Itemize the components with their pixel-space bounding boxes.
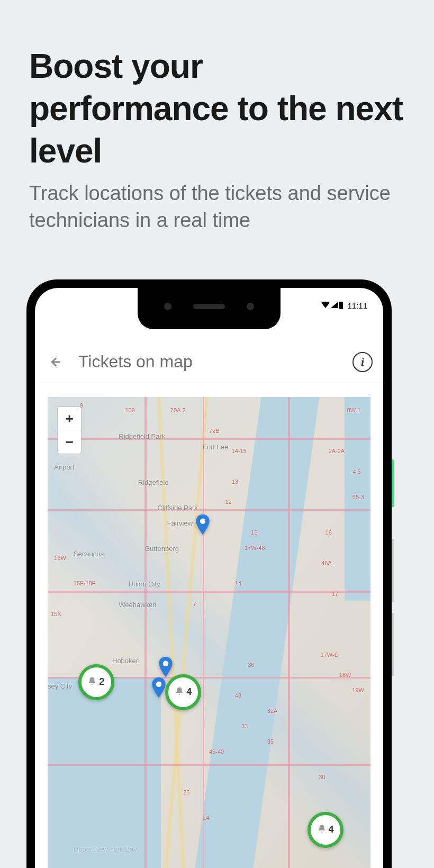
map-label: Guttenberg: [144, 545, 179, 553]
map[interactable]: Ridgefield Park Fort Lee Ridgefield Clif…: [48, 397, 370, 868]
road-label: 2A-2A: [329, 448, 345, 454]
map-pin[interactable]: [152, 677, 166, 698]
road-label: 33: [241, 723, 248, 729]
cluster-count: 4: [329, 824, 334, 835]
phone-power-button: [392, 459, 394, 507]
phone-volume-up: [392, 539, 394, 602]
svg-point-2: [162, 661, 168, 666]
wifi-icon: [321, 301, 330, 310]
phone-frame: 11:11 Tickets on map i: [26, 279, 392, 868]
road-label: 17W-46: [245, 545, 265, 551]
road-label: 8W-1: [347, 407, 361, 413]
status-time: 11:11: [347, 301, 367, 310]
map-label: Fort Lee: [203, 443, 228, 451]
map-label: Secaucus: [74, 550, 104, 558]
info-button[interactable]: i: [352, 352, 373, 372]
zoom-controls: + −: [57, 406, 82, 454]
cluster-count: 2: [99, 676, 104, 688]
road-label: 55-3: [352, 494, 364, 500]
road-label: 30: [319, 774, 325, 780]
bell-icon: [87, 676, 97, 688]
map-label: Weehawken: [119, 601, 156, 609]
status-bar: 11:11: [321, 301, 367, 310]
road-label: 15E/18E: [74, 580, 96, 586]
road-label: 24: [203, 815, 209, 821]
map-label: sey City: [48, 682, 72, 690]
map-label: Ridgefield: [138, 478, 169, 486]
cluster-marker[interactable]: 4: [308, 812, 343, 848]
road-label: 32A: [267, 708, 278, 714]
map-label: Hoboken: [112, 657, 140, 665]
phone-volume-down: [392, 613, 394, 676]
svg-point-3: [156, 681, 162, 687]
road-label: 18W: [339, 672, 351, 678]
road-label: 7: [193, 601, 196, 607]
map-label: Fairview: [167, 519, 193, 527]
road-label: 14-15: [232, 448, 247, 454]
svg-point-1: [200, 518, 206, 524]
map-label: Airport: [54, 463, 74, 471]
map-label: Ridgefield Park: [119, 432, 165, 440]
back-button[interactable]: [46, 354, 62, 370]
map-label: Upper New York Bay: [74, 845, 137, 853]
page-title: Tickets on map: [78, 352, 352, 372]
road-label: 16W: [54, 555, 66, 561]
road-label: 15X: [51, 611, 61, 617]
map-pin[interactable]: [196, 514, 210, 535]
road-label: 35: [267, 738, 274, 745]
road-label: 18: [326, 529, 332, 536]
bell-icon: [317, 824, 327, 836]
road-label: 43: [235, 692, 241, 699]
road-label: 109: [125, 407, 134, 413]
road-label: 19W: [352, 687, 364, 693]
road-label: 17: [332, 591, 338, 597]
road-label: 4 5: [352, 468, 360, 475]
zoom-in-button[interactable]: +: [58, 407, 81, 430]
phone-screen: 11:11 Tickets on map i: [35, 288, 383, 868]
road-label: 70A-2: [170, 407, 186, 413]
cluster-count: 4: [186, 686, 192, 698]
road-label: 46A: [321, 560, 332, 566]
signal-icon: [331, 301, 338, 310]
app-header: Tickets on map i: [35, 341, 383, 383]
road-label: 13: [232, 478, 238, 485]
battery-icon: [339, 302, 343, 309]
bell-icon: [175, 686, 184, 698]
cluster-marker[interactable]: 2: [78, 664, 114, 700]
road-label: 45-40: [209, 748, 224, 755]
zoom-out-button[interactable]: −: [58, 430, 81, 454]
map-background: Ridgefield Park Fort Lee Ridgefield Clif…: [48, 397, 370, 868]
phone-notch: [138, 288, 281, 329]
road-label: 17W-E: [321, 652, 338, 658]
road-label: 14: [235, 580, 241, 586]
marketing-subheadline: Track locations of the tickets and servi…: [29, 180, 405, 234]
road-label: 36: [248, 662, 254, 668]
map-pin[interactable]: [159, 657, 173, 677]
road-label: 26: [183, 789, 189, 795]
road-label: 12: [225, 499, 232, 505]
marketing-headline: Boost your performance to the next level: [29, 45, 405, 172]
cluster-marker[interactable]: 4: [165, 674, 201, 710]
road-label: 15: [251, 529, 257, 536]
map-label: Cliffside Park: [157, 504, 197, 512]
map-label: Union City: [129, 580, 160, 588]
road-label: 72B: [209, 428, 220, 434]
